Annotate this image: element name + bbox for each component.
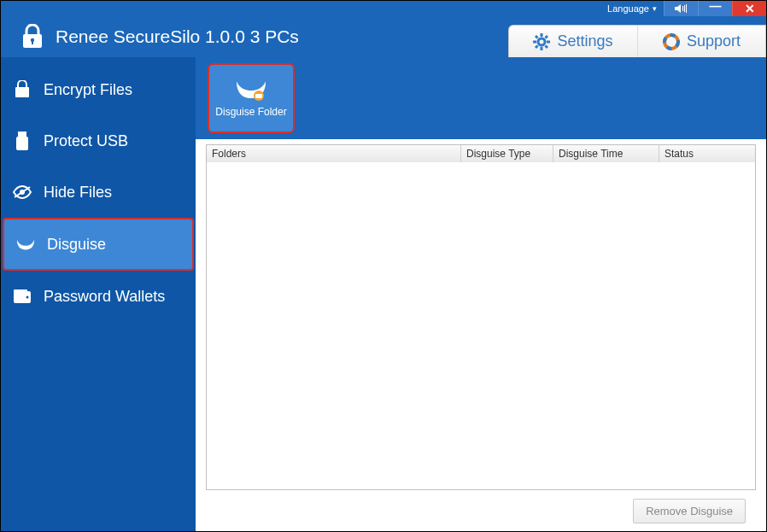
sidebar-item-password-wallets[interactable]: Password Wallets [1, 271, 196, 322]
disguise-folder-button[interactable]: Disguise Folder [208, 63, 295, 133]
svg-rect-20 [16, 137, 28, 150]
svg-rect-6 [32, 40, 33, 44]
svg-rect-2 [684, 5, 685, 12]
tab-settings[interactable]: Settings [509, 26, 637, 57]
col-folders[interactable]: Folders [207, 145, 461, 162]
lifebuoy-icon [663, 33, 680, 50]
svg-point-28 [242, 85, 249, 89]
folders-grid[interactable]: Folders Disguise Type Disguise Time Stat… [206, 144, 756, 490]
disguise-folder-label: Disguise Folder [215, 106, 286, 118]
remove-disguise-button[interactable]: Remove Disguise [633, 499, 746, 523]
window-titlebar: Language ▾ — ✕ [1, 1, 766, 16]
language-label: Language [607, 3, 649, 14]
svg-marker-0 [675, 4, 681, 13]
speaker-icon [675, 3, 688, 14]
col-disguise-time[interactable]: Disguise Time [553, 145, 659, 162]
sidebar-item-label: Disguise [47, 236, 106, 254]
wallet-icon [13, 289, 32, 304]
language-selector[interactable]: Language ▾ [600, 1, 664, 16]
lock-file-icon [13, 80, 32, 99]
chevron-down-icon: ▾ [653, 4, 657, 13]
svg-line-12 [536, 36, 538, 38]
sidebar-item-encrypt-files[interactable]: Encrypt Files [1, 64, 196, 115]
sidebar-item-label: Protect USB [44, 132, 128, 150]
close-glyph: ✕ [745, 2, 755, 15]
mask-icon [16, 237, 35, 251]
minimize-button[interactable]: — [698, 1, 732, 16]
svg-rect-18 [15, 87, 29, 97]
tab-support-label: Support [687, 32, 741, 50]
svg-line-13 [546, 45, 548, 48]
app-title: Renee SecureSilo 1.0.0 3 PCs [56, 26, 299, 47]
mask-folder-icon [235, 79, 267, 101]
toolbar: Disguise Folder [196, 57, 766, 139]
svg-rect-31 [255, 94, 262, 98]
sidebar-item-label: Password Wallets [44, 288, 165, 306]
eye-off-icon [13, 185, 32, 199]
svg-rect-3 [686, 4, 687, 13]
app-body: Encrypt Files Protect USB Hide Files Dis… [1, 57, 766, 531]
remove-disguise-label: Remove Disguise [646, 505, 733, 517]
svg-point-7 [538, 38, 545, 45]
tab-settings-label: Settings [557, 32, 612, 50]
lock-icon [21, 24, 44, 50]
sidebar: Encrypt Files Protect USB Hide Files Dis… [1, 57, 196, 531]
main-panel: Disguise Folder Folders Disguise Type Di… [196, 57, 766, 531]
sidebar-item-protect-usb[interactable]: Protect USB [1, 115, 196, 167]
sidebar-item-disguise[interactable]: Disguise [3, 218, 194, 271]
grid-footer: Remove Disguise [206, 490, 756, 531]
svg-point-29 [254, 85, 261, 89]
header-tabs: Settings Support [508, 25, 766, 57]
svg-rect-19 [18, 132, 26, 137]
gear-icon [533, 33, 550, 50]
sidebar-item-hide-files[interactable]: Hide Files [1, 167, 196, 218]
svg-line-14 [546, 36, 548, 38]
svg-point-24 [27, 242, 32, 244]
svg-point-16 [665, 35, 678, 49]
sidebar-item-label: Hide Files [44, 184, 112, 202]
sidebar-item-label: Encrypt Files [44, 81, 132, 99]
svg-rect-26 [14, 289, 27, 293]
app-header: Renee SecureSilo 1.0.0 3 PCs Settings Su… [1, 16, 766, 57]
col-disguise-type[interactable]: Disguise Type [461, 145, 553, 162]
tab-support[interactable]: Support [637, 26, 765, 57]
announce-button[interactable] [664, 1, 698, 16]
svg-line-15 [536, 45, 538, 48]
usb-icon [13, 132, 32, 150]
close-button[interactable]: ✕ [732, 1, 766, 16]
col-status[interactable]: Status [659, 145, 755, 162]
table-area: Folders Disguise Type Disguise Time Stat… [196, 139, 766, 531]
svg-point-27 [26, 296, 29, 299]
svg-point-23 [20, 242, 24, 244]
svg-rect-1 [682, 6, 683, 11]
grid-header: Folders Disguise Type Disguise Time Stat… [207, 145, 755, 162]
app-title-area: Renee SecureSilo 1.0.0 3 PCs [21, 16, 299, 57]
